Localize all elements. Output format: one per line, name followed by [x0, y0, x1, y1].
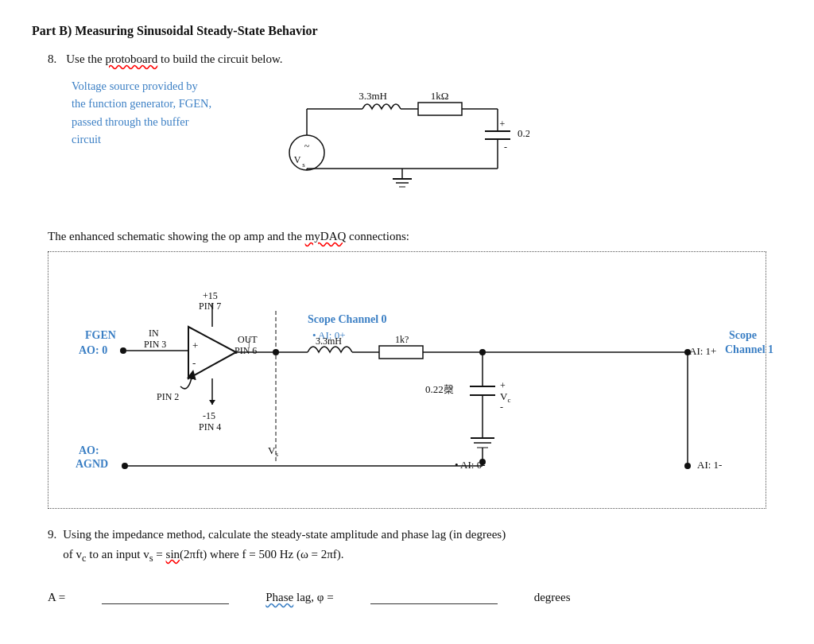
svg-text:-: -: [500, 402, 503, 413]
svg-text:Scope: Scope: [729, 329, 757, 341]
svg-text:AO: 0: AO: 0: [79, 344, 107, 356]
svg-text:IN: IN: [149, 328, 159, 339]
q8-label: 8.: [48, 52, 56, 66]
svg-text:+: +: [192, 339, 198, 351]
svg-marker-32: [188, 327, 236, 378]
svg-text:AO:: AO:: [79, 444, 99, 456]
q9-line2: of vc to an input vs = sin(2πft) where f…: [63, 545, 506, 567]
enhanced-label: The enhanced schematic showing the op am…: [48, 230, 782, 243]
vs-sub: s: [149, 553, 153, 564]
svg-rect-53: [379, 346, 423, 359]
svg-text:|: |: [248, 336, 250, 347]
svg-text:AI: 1-: AI: 1-: [697, 459, 722, 471]
sin-underline: sin: [166, 548, 180, 561]
blue-note: Voltage source provided by the function …: [72, 77, 211, 149]
answer-row: A = Phase lag, φ = degrees: [48, 590, 782, 604]
svg-point-28: [120, 347, 126, 354]
svg-marker-40: [209, 400, 215, 405]
svg-text:+15: +15: [203, 290, 218, 301]
svg-text:PIN 7: PIN 7: [199, 301, 221, 312]
svg-text:Channel 1: Channel 1: [725, 343, 773, 355]
enhanced-circuit-svg: FGEN AO: 0 IN PIN 3 + - +15 PIN 7 -15 PI…: [61, 263, 808, 494]
svg-text:-: -: [504, 142, 507, 153]
svg-text:3.3mH: 3.3mH: [359, 90, 387, 102]
svg-text:s: s: [302, 161, 305, 169]
answer-a-line: [102, 590, 229, 604]
svg-text:PIN 2: PIN 2: [157, 391, 179, 402]
answer-phase-line: [370, 590, 498, 604]
enhanced-diagram: FGEN AO: 0 IN PIN 3 + - +15 PIN 7 -15 PI…: [48, 251, 766, 509]
simple-circuit-diagram: ~ V s 3.3mH 1kΩ: [259, 77, 529, 208]
svg-text:+: +: [500, 380, 506, 391]
mydaq-word: myDAQ: [305, 230, 347, 242]
q9-block: 9. Using the impedance method, calculate…: [48, 525, 782, 566]
circuit-svg: ~ V s 3.3mH 1kΩ: [259, 77, 529, 204]
svg-text:PIN 4: PIN 4: [199, 421, 221, 433]
svg-point-78: [122, 463, 128, 469]
phase-text: Phase: [266, 591, 293, 603]
svg-text:PIN 3: PIN 3: [144, 339, 166, 350]
svg-text:Vs: Vs: [268, 444, 278, 458]
svg-text:-: -: [192, 357, 196, 369]
q9-label: 9.: [48, 525, 56, 545]
answer-a-label: A =: [48, 591, 65, 604]
svg-text:0.22㯏: 0.22㯏: [425, 383, 454, 395]
svg-text:3.3mH: 3.3mH: [316, 336, 342, 347]
vc-sub: c: [82, 553, 87, 564]
protoboard-word: protoboard: [105, 52, 157, 65]
svg-point-85: [273, 349, 279, 355]
svg-text:1k?: 1k?: [395, 334, 409, 345]
svg-text:0.22㯏: 0.22㯏: [517, 127, 529, 139]
svg-text:PIN 6: PIN 6: [235, 345, 257, 356]
svg-text:1kΩ: 1kΩ: [431, 90, 449, 102]
svg-text:~: ~: [304, 141, 310, 152]
svg-text:Scope Channel 0: Scope Channel 0: [308, 313, 387, 325]
svg-text:+: +: [500, 118, 506, 130]
phase-lag-label: Phase lag, φ =: [266, 591, 333, 604]
part-title: Part B) Measuring Sinusoidal Steady-Stat…: [32, 24, 782, 38]
svg-text:AI: 1+: AI: 1+: [689, 345, 716, 357]
q9-line1: Using the impedance method, calculate th…: [63, 525, 506, 545]
degrees-label: degrees: [534, 591, 571, 604]
svg-text:AGND: AGND: [76, 458, 108, 470]
svg-rect-8: [418, 103, 462, 115]
svg-text:FGEN: FGEN: [85, 329, 116, 341]
q8-text: Use the protoboard to build the circuit …: [66, 52, 282, 66]
svg-text:V: V: [294, 154, 301, 165]
svg-text:-15: -15: [203, 410, 215, 421]
